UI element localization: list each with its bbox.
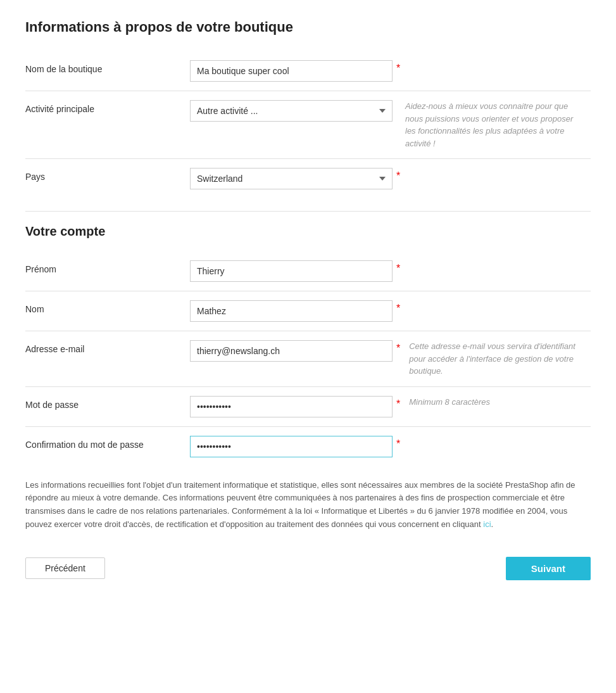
email-control: * Cette adresse e-mail vous servira d'id… — [190, 340, 591, 378]
boutique-nom-required: * — [396, 63, 400, 74]
password-control: * Minimum 8 caractères — [190, 396, 591, 417]
email-input[interactable] — [190, 340, 393, 362]
activite-help: Aidez-nous à mieux vous connaitre pour q… — [405, 100, 582, 149]
email-row: Adresse e-mail * Cette adresse e-mail vo… — [25, 331, 591, 387]
legal-text-block: Les informations recueillies font l'obje… — [25, 479, 591, 531]
prenom-row: Prénom * — [25, 251, 591, 291]
footer-buttons: Précédent Suivant — [25, 550, 591, 580]
prev-button[interactable]: Précédent — [25, 557, 105, 579]
email-help: Cette adresse e-mail vous servira d'iden… — [409, 340, 586, 378]
confirm-label: Confirmation du mot de passe — [25, 436, 190, 450]
nom-label: Nom — [25, 300, 190, 314]
password-required: * — [396, 398, 400, 410]
activite-label: Activité principale — [25, 100, 190, 114]
boutique-section: Nom de la boutique * Activité principale… — [25, 51, 591, 198]
confirm-row: Confirmation du mot de passe * — [25, 427, 591, 466]
section-divider — [25, 211, 591, 212]
confirm-input[interactable] — [190, 436, 393, 457]
prenom-label: Prénom — [25, 260, 190, 274]
pays-select[interactable]: Switzerland — [190, 168, 393, 189]
boutique-nom-row: Nom de la boutique * — [25, 51, 591, 91]
pays-label: Pays — [25, 168, 190, 182]
prenom-required: * — [396, 263, 400, 274]
compte-section: Prénom * Nom * Adresse e-mail * Cette ad… — [25, 251, 591, 466]
pays-required: * — [396, 170, 400, 182]
legal-suffix: . — [491, 519, 494, 529]
nom-control: * — [190, 300, 591, 322]
legal-link[interactable]: ici — [483, 519, 491, 529]
pays-control: Switzerland * — [190, 168, 591, 189]
password-row: Mot de passe * Minimum 8 caractères — [25, 387, 591, 427]
page-title-compte: Votre compte — [25, 224, 591, 239]
email-required: * — [396, 343, 400, 354]
prenom-input[interactable] — [190, 260, 393, 282]
nom-row: Nom * — [25, 291, 591, 331]
page-title-boutique: Informations à propos de votre boutique — [25, 19, 591, 35]
password-help: Minimum 8 caractères — [409, 396, 490, 409]
boutique-nom-label: Nom de la boutique — [25, 60, 190, 74]
password-label: Mot de passe — [25, 396, 190, 410]
email-label: Adresse e-mail — [25, 340, 190, 354]
pays-row: Pays Switzerland * — [25, 159, 591, 198]
boutique-nom-input[interactable] — [190, 60, 393, 82]
confirm-required: * — [396, 438, 400, 450]
next-button[interactable]: Suivant — [506, 557, 591, 580]
boutique-nom-control: * — [190, 60, 591, 82]
nom-input[interactable] — [190, 300, 393, 322]
activite-row: Activité principale Autre activité ... A… — [25, 91, 591, 159]
confirm-control: * — [190, 436, 591, 457]
activite-control: Autre activité ... Aidez-nous à mieux vo… — [190, 100, 591, 149]
prenom-control: * — [190, 260, 591, 282]
nom-required: * — [396, 303, 400, 314]
password-input[interactable] — [190, 396, 393, 417]
activite-select[interactable]: Autre activité ... — [190, 100, 393, 122]
